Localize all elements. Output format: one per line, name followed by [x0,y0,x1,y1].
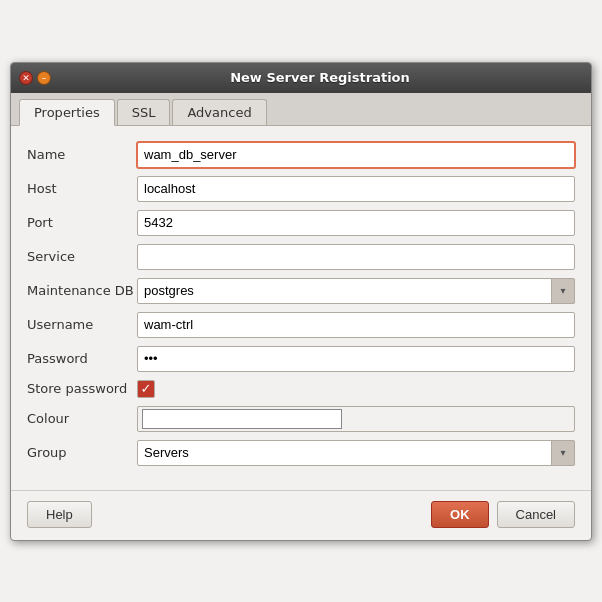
dialog-window: ✕ – New Server Registration Properties S… [10,62,592,541]
tab-bar: Properties SSL Advanced [11,93,591,126]
port-row: Port [27,210,575,236]
colour-label: Colour [27,411,137,426]
host-field [137,176,575,202]
username-field [137,312,575,338]
password-label: Password [27,351,137,366]
minimize-icon: – [42,73,47,83]
group-select-wrap: Servers Local Remote ▾ [137,440,575,466]
minimize-button[interactable]: – [37,71,51,85]
close-button[interactable]: ✕ [19,71,33,85]
action-buttons: OK Cancel [431,501,575,528]
username-input[interactable] [137,312,575,338]
group-row: Group Servers Local Remote ▾ [27,440,575,466]
store-password-checkbox[interactable]: ✓ [137,380,155,398]
port-field [137,210,575,236]
colour-swatch [142,409,342,429]
colour-picker[interactable] [137,406,575,432]
colour-row: Colour [27,406,575,432]
host-input[interactable] [137,176,575,202]
password-field [137,346,575,372]
store-password-label: Store password [27,381,137,396]
name-field [137,142,575,168]
help-button[interactable]: Help [27,501,92,528]
ok-button[interactable]: OK [431,501,489,528]
tab-ssl[interactable]: SSL [117,99,171,125]
dialog-footer: Help OK Cancel [11,490,591,540]
service-field [137,244,575,270]
maintenance-db-field: postgres template0 template1 ▾ [137,278,575,304]
port-label: Port [27,215,137,230]
window-title: New Server Registration [57,70,583,85]
group-select[interactable]: Servers Local Remote [137,440,575,466]
maintenance-db-label: Maintenance DB [27,283,137,298]
name-label: Name [27,147,137,162]
name-row: Name [27,142,575,168]
maintenance-db-row: Maintenance DB postgres template0 templa… [27,278,575,304]
store-password-field: ✓ [137,380,575,398]
username-row: Username [27,312,575,338]
group-field: Servers Local Remote ▾ [137,440,575,466]
tab-advanced[interactable]: Advanced [172,99,266,125]
service-input[interactable] [137,244,575,270]
name-input[interactable] [137,142,575,168]
maintenance-db-select[interactable]: postgres template0 template1 [137,278,575,304]
titlebar: ✕ – New Server Registration [11,63,591,93]
port-input[interactable] [137,210,575,236]
form-content: Name Host Port Service [11,126,591,486]
cancel-button[interactable]: Cancel [497,501,575,528]
window-controls: ✕ – [19,71,51,85]
close-icon: ✕ [22,73,30,83]
store-password-checkbox-wrap: ✓ [137,380,575,398]
service-label: Service [27,249,137,264]
store-password-row: Store password ✓ [27,380,575,398]
checkmark-icon: ✓ [141,382,152,395]
colour-field [137,406,575,432]
password-input[interactable] [137,346,575,372]
tab-properties[interactable]: Properties [19,99,115,126]
host-label: Host [27,181,137,196]
username-label: Username [27,317,137,332]
service-row: Service [27,244,575,270]
group-label: Group [27,445,137,460]
maintenance-db-select-wrap: postgres template0 template1 ▾ [137,278,575,304]
password-row: Password [27,346,575,372]
host-row: Host [27,176,575,202]
